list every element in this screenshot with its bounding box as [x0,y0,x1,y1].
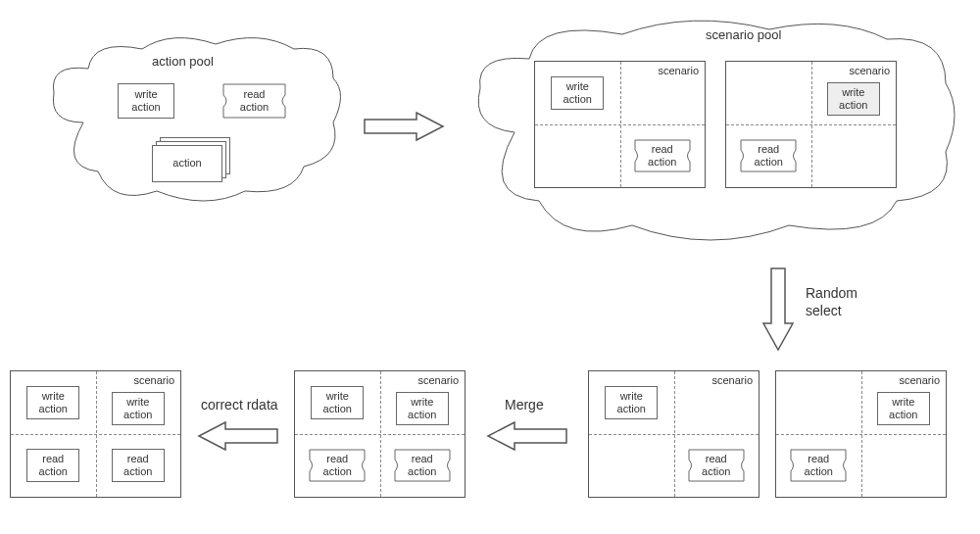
scenario-final: scenario write action write action read … [10,370,181,498]
arrow-to-scenario-pool [363,110,446,143]
arrow-random-select [760,267,796,353]
scenario-label: scenario [711,374,753,386]
action-stack: action [152,137,240,186]
write-action-text: write action [131,88,160,114]
action-pool-label: action pool [152,54,214,69]
scenario-pool-1: scenario write action read action [534,61,706,188]
scenario-pool-label: scenario pool [706,27,781,42]
scenario-merged: scenario write action write action read … [294,370,466,498]
merge-label: Merge [505,397,544,413]
arrow-correct-rdata [196,419,279,453]
write-action-box: write action [118,83,174,119]
action-text: action [172,157,201,170]
scenario-label: scenario [658,65,699,76]
correct-rdata-label: correct rdata [201,397,278,413]
arrow-merge [485,419,568,453]
read-action-text: read action [240,88,269,114]
scenario-pool-2: scenario write action read action [725,61,897,188]
random-select-label: Random select [806,284,858,319]
scenario-selected-1: scenario write action read action [588,370,760,498]
scenario-selected-2: scenario write action read action [775,370,947,498]
read-action-ticket: read action [222,83,286,119]
